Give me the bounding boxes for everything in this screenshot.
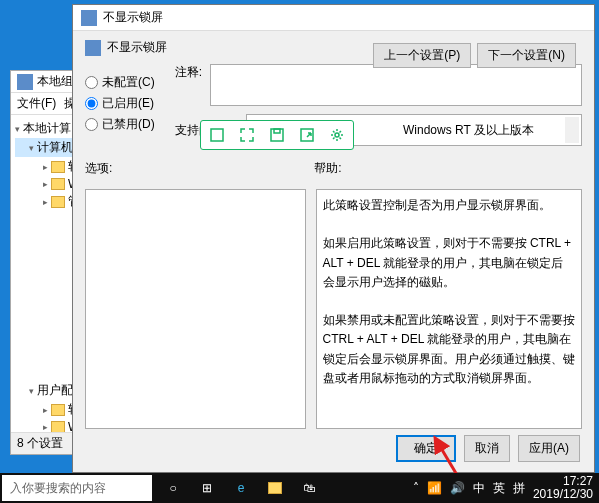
share-icon[interactable] <box>293 123 321 147</box>
menu-file[interactable]: 文件(F) <box>17 95 56 112</box>
help-text: 如果禁用或未配置此策略设置，则对于不需要按 CTRL + ALT + DEL 就… <box>323 311 575 388</box>
gpedit-icon <box>17 74 33 90</box>
prev-setting-button[interactable]: 上一个设置(P) <box>373 43 471 68</box>
dialog-icon <box>81 10 97 26</box>
comment-label: 注释: <box>175 64 202 106</box>
options-label: 选项: <box>85 160 304 177</box>
help-text: 此策略设置控制是否为用户显示锁屏界面。 <box>323 196 575 215</box>
screenshot-toolbar[interactable] <box>200 120 354 150</box>
help-label: 帮助: <box>314 160 582 177</box>
edge-icon[interactable]: e <box>232 479 250 497</box>
platform-text: Windows RT 及以上版本 <box>403 122 534 139</box>
cancel-button[interactable]: 取消 <box>464 435 510 462</box>
ok-button[interactable]: 确定 <box>396 435 456 462</box>
fullscreen-icon[interactable] <box>233 123 261 147</box>
apply-button[interactable]: 应用(A) <box>518 435 580 462</box>
taskview-icon[interactable]: ⊞ <box>198 479 216 497</box>
settings-icon[interactable] <box>323 123 351 147</box>
gpedit-title-text: 本地组 <box>37 73 73 90</box>
taskbar-clock[interactable]: 17:27 2019/12/30 <box>533 475 593 501</box>
folder-icon <box>51 196 65 208</box>
rect-icon[interactable] <box>203 123 231 147</box>
svg-point-4 <box>335 133 339 137</box>
radio-not-configured[interactable]: 未配置(C) <box>85 72 155 93</box>
help-box: 此策略设置控制是否为用户显示锁屏界面。 如果启用此策略设置，则对于不需要按 CT… <box>316 189 582 429</box>
network-icon[interactable]: 📶 <box>427 481 442 495</box>
folder-icon <box>51 404 65 416</box>
subtitle-text: 不显示锁屏 <box>107 39 167 56</box>
options-box <box>85 189 306 429</box>
radio-enabled[interactable]: 已启用(E) <box>85 93 155 114</box>
svg-rect-1 <box>271 129 283 141</box>
next-setting-button[interactable]: 下一个设置(N) <box>477 43 576 68</box>
svg-rect-0 <box>211 129 223 141</box>
comment-field[interactable] <box>210 64 582 106</box>
scrollbar[interactable] <box>565 117 579 143</box>
help-text: 如果启用此策略设置，则对于不需要按 CTRL + ALT + DEL 就能登录的… <box>323 234 575 292</box>
ime-indicator[interactable]: 拼 <box>513 480 525 497</box>
store-icon[interactable]: 🛍 <box>300 479 318 497</box>
dialog-titlebar[interactable]: 不显示锁屏 <box>73 5 594 31</box>
folder-icon <box>51 161 65 173</box>
tray-up-icon[interactable]: ˄ <box>413 481 419 495</box>
state-radio-group: 未配置(C) 已启用(E) 已禁用(D) <box>85 72 155 142</box>
taskbar-search[interactable]: 入你要搜索的内容 <box>2 475 152 501</box>
explorer-icon[interactable] <box>266 479 284 497</box>
cortana-icon[interactable]: ○ <box>164 479 182 497</box>
ime-indicator[interactable]: 英 <box>493 480 505 497</box>
volume-icon[interactable]: 🔊 <box>450 481 465 495</box>
taskbar[interactable]: 入你要搜索的内容 ○ ⊞ e 🛍 ˄ 📶 🔊 中 英 拼 17:27 2019/… <box>0 473 599 503</box>
ime-indicator[interactable]: 中 <box>473 480 485 497</box>
policy-dialog: 不显示锁屏 不显示锁屏 上一个设置(P) 下一个设置(N) 未配置(C) 已启用… <box>72 4 595 473</box>
svg-rect-2 <box>274 129 280 133</box>
policy-icon <box>85 40 101 56</box>
save-icon[interactable] <box>263 123 291 147</box>
dialog-title-text: 不显示锁屏 <box>103 9 163 26</box>
folder-icon <box>51 178 65 190</box>
radio-disabled[interactable]: 已禁用(D) <box>85 114 155 135</box>
